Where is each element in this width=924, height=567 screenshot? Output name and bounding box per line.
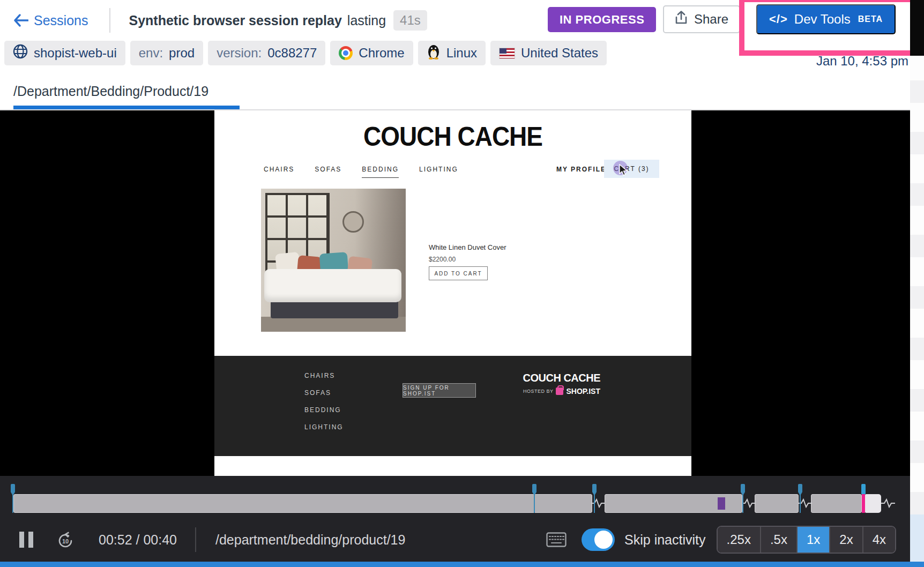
session-title: Synthetic browser session replay <box>129 13 341 28</box>
hosted-by-label: HOSTED BY <box>523 389 554 394</box>
image-mirror <box>342 211 364 233</box>
replayed-page: COUCH CACHE CHAIRS SOFAS BEDDING LIGHTIN… <box>214 110 691 476</box>
session-timestamp: Jan 10, 4:53 pm <box>766 54 908 69</box>
timeline-segment[interactable] <box>755 494 799 513</box>
tag-row: shopist-web-ui env:prod version:0c88277 … <box>4 41 607 65</box>
site-nav-bedding: BEDDING <box>362 166 399 178</box>
site-my-profile-link: MY PROFILE <box>556 166 606 173</box>
header-divider <box>109 8 110 33</box>
timeline-pin[interactable] <box>741 484 745 513</box>
footer-link-sofas: SOFAS <box>304 389 344 397</box>
timeline-segment[interactable] <box>13 494 592 513</box>
penguin-icon <box>427 43 441 63</box>
product-price: $2200.00 <box>429 256 456 263</box>
mouse-cursor-icon <box>618 164 629 179</box>
back-label: Sessions <box>34 13 88 28</box>
speed-2x-button[interactable]: 2x <box>829 527 862 553</box>
speed-05x-button[interactable]: .5x <box>760 527 796 553</box>
tag-country[interactable]: United States <box>490 41 607 65</box>
timeline-event <box>718 497 725 510</box>
rewind-10s-button[interactable]: 10 <box>57 531 74 549</box>
speed-4x-button[interactable]: 4x <box>862 527 895 553</box>
tag-service-label: shopist-web-ui <box>34 46 117 61</box>
lasting-label: lasting <box>347 13 386 28</box>
site-nav-chairs: CHAIRS <box>264 166 294 178</box>
footer-link-lighting: LIGHTING <box>304 423 344 431</box>
skip-inactivity-toggle[interactable] <box>582 528 615 551</box>
timeline-pin[interactable] <box>798 484 802 513</box>
timeline-pin[interactable] <box>11 484 15 513</box>
hosted-brand: SHOP.IST <box>566 387 600 396</box>
header: Sessions Synthetic browser session repla… <box>0 0 924 110</box>
timeline-pin[interactable] <box>592 484 597 513</box>
footer-brand-name: COUCH CACHE <box>512 371 600 384</box>
skip-inactivity-label: Skip inactivity <box>624 532 705 548</box>
site-logo: COUCH CACHE <box>214 121 691 152</box>
devtools-button[interactable]: </> Dev Tools BETA <box>756 4 896 34</box>
speed-025x-button[interactable]: .25x <box>718 527 760 553</box>
signup-button: SIGN UP FOR SHOP.IST <box>403 383 476 398</box>
side-panel-strip <box>910 0 924 562</box>
site-footer: CHAIRS SOFAS BEDDING LIGHTING SIGN UP FO… <box>214 356 691 456</box>
view-tab[interactable]: /Department/Bedding/Product/19 <box>13 84 208 99</box>
back-arrow-icon <box>13 14 28 27</box>
tag-os[interactable]: Linux <box>418 41 486 65</box>
timeline-playhead-cap <box>861 484 866 495</box>
share-icon <box>675 11 688 28</box>
tag-env-value: prod <box>169 46 195 61</box>
chrome-icon <box>339 46 353 60</box>
code-icon: </> <box>769 12 788 26</box>
status-badge: IN PROGRESS <box>548 7 656 32</box>
product-image <box>261 189 406 332</box>
time-display: 00:52 / 00:40 <box>99 532 177 548</box>
timeline-pin[interactable] <box>532 484 536 513</box>
tag-country-label: United States <box>521 46 598 61</box>
tag-version[interactable]: version:0c88277 <box>208 41 325 65</box>
bottom-accent-bar <box>0 562 924 567</box>
devtools-label: Dev Tools <box>794 12 851 27</box>
tag-browser[interactable]: Chrome <box>330 41 413 65</box>
tag-version-value: 0c88277 <box>267 46 317 61</box>
share-label: Share <box>694 12 728 27</box>
header-hairline <box>0 109 924 110</box>
tag-env-prefix: env: <box>139 46 163 61</box>
player-bar: 10 00:52 / 00:40 /department/bedding/pro… <box>0 476 924 562</box>
timeline-squiggle <box>881 498 895 510</box>
site-footer-links: CHAIRS SOFAS BEDDING LIGHTING <box>304 372 344 431</box>
share-button[interactable]: Share <box>663 5 740 33</box>
svg-text:10: 10 <box>62 538 69 544</box>
current-path: /department/bedding/product/19 <box>215 532 405 548</box>
page-title: Synthetic browser session replay lasting… <box>129 10 427 31</box>
globe-icon <box>13 44 28 62</box>
speed-1x-button[interactable]: 1x <box>796 527 829 553</box>
timeline-playhead <box>862 494 865 513</box>
speed-selector: .25x .5x 1x 2x 4x <box>717 526 896 554</box>
tag-browser-label: Chrome <box>359 46 404 61</box>
product-name: White Linen Duvet Cover <box>429 243 506 251</box>
site-nav: CHAIRS SOFAS BEDDING LIGHTING <box>264 166 458 178</box>
timeline[interactable] <box>0 476 924 521</box>
timeline-segment-light <box>865 494 881 513</box>
footer-brand: COUCH CACHE HOSTED BY SHOP.IST <box>512 372 600 396</box>
add-to-cart-button: ADD TO CART <box>429 266 488 280</box>
us-flag-icon <box>499 48 515 59</box>
site-nav-sofas: SOFAS <box>315 166 341 178</box>
pause-button[interactable] <box>19 532 33 548</box>
footer-link-chairs: CHAIRS <box>304 372 344 379</box>
player-controls: 10 00:52 / 00:40 /department/bedding/pro… <box>0 521 924 558</box>
keyboard-shortcuts-button[interactable] <box>546 532 567 547</box>
site-cart-link: CART (3) <box>604 160 659 178</box>
tag-service[interactable]: shopist-web-ui <box>4 41 125 65</box>
timeline-segment[interactable] <box>811 494 862 513</box>
site-nav-lighting: LIGHTING <box>419 166 458 178</box>
duration-badge: 41s <box>393 10 427 31</box>
tag-os-label: Linux <box>446 46 477 61</box>
session-replay-page: Sessions Synthetic browser session repla… <box>0 0 924 567</box>
back-to-sessions-link[interactable]: Sessions <box>13 13 88 28</box>
controls-divider <box>195 527 196 552</box>
footer-link-bedding: BEDDING <box>304 406 344 414</box>
tag-env[interactable]: env:prod <box>130 41 203 65</box>
devtools-beta-badge: BETA <box>858 14 883 24</box>
replay-stage[interactable]: COUCH CACHE CHAIRS SOFAS BEDDING LIGHTIN… <box>0 110 924 476</box>
tag-version-prefix: version: <box>217 46 262 61</box>
